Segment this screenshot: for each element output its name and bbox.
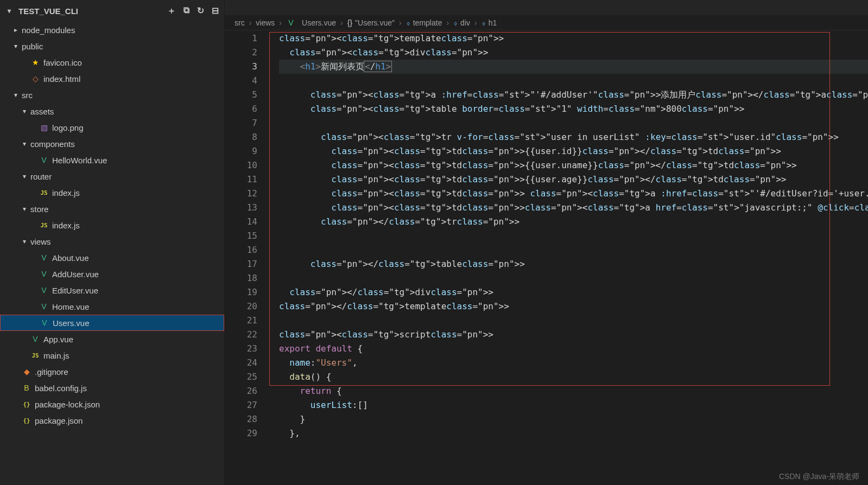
tree-item-label: package.json [35, 416, 83, 425]
tree-item-label: views [30, 237, 51, 246]
new-folder-icon[interactable]: ⧉ [183, 5, 189, 17]
breadcrumb-item[interactable]: {}"Users.vue" [347, 18, 395, 27]
breadcrumb[interactable]: src›views›VUsers.vue›{}"Users.vue"›⬨temp… [225, 15, 868, 30]
breadcrumb-item[interactable]: views [256, 18, 275, 27]
folder-router[interactable]: ▾router [0, 168, 224, 184]
tree-item-label: AddUser.vue [52, 270, 99, 279]
breadcrumb-separator: › [277, 18, 284, 27]
file-babel.config.js[interactable]: Bbabel.config.js [0, 380, 224, 396]
code-content[interactable]: class="pn"><class="tg">templateclass="pn… [267, 30, 868, 485]
file-about.vue[interactable]: VAbout.vue [0, 250, 224, 266]
vue-icon: V [40, 318, 49, 327]
file-users.vue[interactable]: VUsers.vue [0, 315, 224, 331]
tree-item-label: index.html [43, 74, 80, 84]
editor-tabs[interactable] [225, 0, 868, 15]
chevron-down-icon: ▾ [21, 238, 28, 245]
file-helloworld.vue[interactable]: VHelloWorld.vue [0, 152, 224, 168]
json-icon: {} [22, 417, 31, 424]
folder-views[interactable]: ▾views [0, 233, 224, 250]
file-tree[interactable]: ▸node_modules▾public★favicon.ico◇index.h… [0, 22, 224, 485]
folder-public[interactable]: ▾public [0, 38, 224, 54]
vue-icon: V [39, 270, 49, 278]
file-main.js[interactable]: JSmain.js [0, 347, 224, 363]
chevron-down-icon: ▾ [21, 107, 28, 115]
chevron-down-icon: ▾ [21, 173, 28, 180]
breadcrumb-item[interactable]: ⬨template [406, 18, 442, 27]
explorer-header: ▾ TEST_VUE_CLI ＋ ⧉ ↻ ⊟ [0, 0, 224, 22]
code-editor[interactable]: 1234567891011121314151617181920212223242… [225, 30, 868, 485]
tree-item-label: Home.vue [52, 302, 89, 311]
vue-icon: V [39, 253, 49, 262]
tree-item-label: components [30, 139, 75, 149]
tree-item-label: App.vue [43, 335, 73, 344]
js-icon: JS [30, 352, 40, 359]
chevron-down-icon: ▾ [21, 205, 28, 213]
json-icon: {} [22, 401, 31, 408]
breadcrumb-item[interactable]: ⬨div [453, 18, 470, 27]
vue-icon: V [39, 286, 49, 295]
breadcrumb-separator: › [338, 18, 345, 27]
img-icon: ▧ [39, 123, 49, 132]
folder-src[interactable]: ▾src [0, 87, 224, 103]
folder-assets[interactable]: ▾assets [0, 103, 224, 119]
brace-icon: {} [347, 18, 352, 27]
chevron-down-icon: ▾ [12, 42, 20, 50]
star-icon: ★ [30, 58, 40, 67]
file-package.json[interactable]: {}package.json [0, 412, 224, 429]
breadcrumb-item[interactable]: src [235, 18, 245, 27]
breadcrumb-separator: › [444, 18, 451, 27]
vue-icon: V [30, 335, 40, 343]
explorer-panel: ▾ TEST_VUE_CLI ＋ ⧉ ↻ ⊟ ▸node_modules▾pub… [0, 0, 225, 485]
tree-item-label: main.js [43, 351, 69, 360]
tag-icon: ⬨ [453, 18, 458, 27]
file-adduser.vue[interactable]: VAddUser.vue [0, 266, 224, 282]
vue-icon: V [39, 302, 49, 311]
file-.gitignore[interactable]: ◆.gitignore [0, 363, 224, 380]
line-gutter: 1234567891011121314151617181920212223242… [225, 30, 267, 485]
tree-item-label: src [22, 91, 33, 100]
folder-components[interactable]: ▾components [0, 136, 224, 152]
tree-item-label: Users.vue [53, 318, 90, 328]
tree-item-label: About.vue [52, 253, 89, 263]
tree-item-label: HelloWorld.vue [52, 156, 107, 165]
folder-store[interactable]: ▾store [0, 201, 224, 217]
tag-icon: ⬨ [481, 18, 486, 27]
folder-node_modules[interactable]: ▸node_modules [0, 22, 224, 38]
breadcrumb-separator: › [247, 18, 254, 27]
tree-item-label: store [30, 205, 48, 214]
collapse-all-icon[interactable]: ⊟ [212, 5, 219, 17]
file-home.vue[interactable]: VHome.vue [0, 298, 224, 315]
file-index.js[interactable]: JSindex.js [0, 217, 224, 233]
tree-item-label: router [30, 172, 52, 181]
file-logo.png[interactable]: ▧logo.png [0, 119, 224, 136]
new-file-icon[interactable]: ＋ [167, 5, 176, 17]
tree-item-label: assets [30, 107, 54, 116]
file-edituser.vue[interactable]: VEditUser.vue [0, 282, 224, 298]
vue-icon: V [39, 156, 49, 164]
tree-item-label: logo.png [52, 123, 84, 132]
tree-item-label: package-lock.json [35, 400, 100, 409]
breadcrumb-item[interactable]: VUsers.vue [286, 18, 336, 27]
tree-item-label: node_modules [22, 25, 75, 35]
babel-icon: B [22, 384, 31, 392]
tag-icon: ⬨ [406, 18, 410, 27]
breadcrumb-item[interactable]: ⬨h1 [481, 18, 497, 27]
file-index.js[interactable]: JSindex.js [0, 184, 224, 201]
breadcrumb-separator: › [397, 18, 404, 27]
tree-item-label: .gitignore [35, 367, 68, 376]
file-package-lock.json[interactable]: {}package-lock.json [0, 396, 224, 412]
html-icon: ◇ [30, 74, 40, 83]
refresh-icon[interactable]: ↻ [197, 5, 204, 17]
chevron-down-icon: ▾ [21, 140, 28, 148]
vue-icon: V [286, 18, 296, 27]
explorer-title[interactable]: ▾ TEST_VUE_CLI [5, 7, 78, 16]
explorer-title-text: TEST_VUE_CLI [18, 7, 78, 16]
file-app.vue[interactable]: VApp.vue [0, 331, 224, 347]
chevron-down-icon: ▾ [5, 7, 13, 15]
chevron-down-icon: ▾ [12, 91, 20, 99]
tree-item-label: public [22, 42, 43, 51]
file-favicon.ico[interactable]: ★favicon.ico [0, 54, 224, 71]
git-icon: ◆ [22, 367, 31, 376]
file-index.html[interactable]: ◇index.html [0, 71, 224, 87]
tree-item-label: index.js [52, 188, 80, 197]
